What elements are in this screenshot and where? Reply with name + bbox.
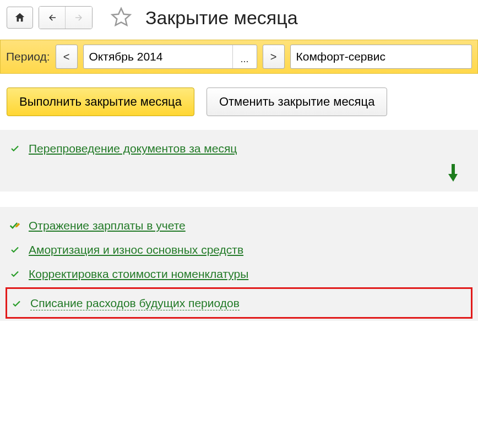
check-icon bbox=[9, 245, 21, 255]
star-outline-icon bbox=[110, 7, 132, 29]
check-pencil-icon bbox=[9, 221, 21, 231]
arrow-right-icon bbox=[73, 13, 85, 23]
home-icon bbox=[14, 12, 26, 24]
period-input[interactable] bbox=[84, 47, 232, 67]
period-picker-button[interactable]: ... bbox=[232, 45, 257, 68]
cancel-close-month-button[interactable]: Отменить закрытие месяца bbox=[207, 88, 387, 116]
operation-row: Перепроведение документов за месяц bbox=[9, 136, 469, 161]
operations-group-1: Перепроведение документов за месяц bbox=[0, 130, 478, 192]
nav-back-forward bbox=[39, 6, 93, 29]
action-bar: Выполнить закрытие месяца Отменить закры… bbox=[0, 74, 478, 130]
execute-close-month-button[interactable]: Выполнить закрытие месяца bbox=[7, 88, 194, 116]
operation-row: Отражение зарплаты в учете bbox=[9, 214, 469, 238]
period-label: Период: bbox=[6, 50, 50, 63]
period-input-wrap: ... bbox=[83, 45, 257, 69]
check-icon bbox=[9, 269, 21, 279]
operation-link-depreciation[interactable]: Амортизация и износ основных средств bbox=[29, 243, 243, 256]
period-prev-button[interactable]: < bbox=[56, 45, 78, 69]
operation-row: Списание расходов будущих периодов bbox=[10, 291, 468, 316]
arrow-down-icon bbox=[448, 164, 458, 182]
back-button[interactable] bbox=[39, 7, 66, 29]
highlighted-operation-box: Списание расходов будущих периодов bbox=[6, 287, 472, 319]
check-icon bbox=[10, 299, 23, 309]
operations-group-2: Отражение зарплаты в учете Амортизация и… bbox=[0, 207, 478, 321]
operation-row: Корректировка стоимости номенклатуры bbox=[9, 262, 469, 286]
organization-input[interactable] bbox=[290, 45, 472, 69]
arrow-left-icon bbox=[46, 13, 58, 23]
operation-link-deferred-expenses[interactable]: Списание расходов будущих периодов bbox=[30, 297, 240, 310]
home-button[interactable] bbox=[7, 7, 33, 29]
operation-link-cost-adjustment[interactable]: Корректировка стоимости номенклатуры bbox=[29, 267, 248, 281]
period-bar: Период: < ... > bbox=[0, 40, 478, 74]
operation-link-salary-reflection[interactable]: Отражение зарплаты в учете bbox=[29, 219, 186, 232]
forward-button[interactable] bbox=[66, 7, 92, 29]
operation-link-repost-documents[interactable]: Перепроведение документов за месяц bbox=[29, 142, 237, 155]
operation-row: Амортизация и износ основных средств bbox=[9, 238, 469, 262]
favorite-star-button[interactable] bbox=[109, 6, 133, 30]
period-next-button[interactable]: > bbox=[263, 45, 285, 69]
check-icon bbox=[9, 144, 21, 154]
page-title: Закрытие месяца bbox=[145, 7, 298, 29]
